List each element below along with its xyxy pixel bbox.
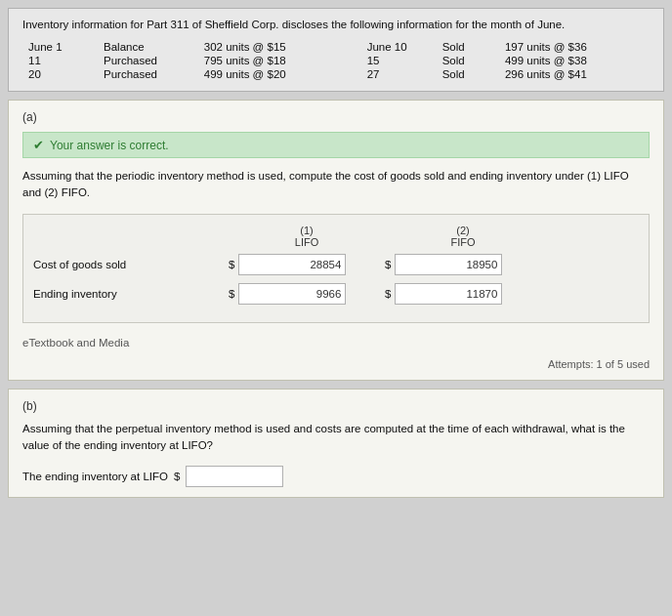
inventory-table: June 1 Balance 302 units @ $15 June 10 S… xyxy=(22,40,650,81)
ending-inv-dollar: $ xyxy=(174,471,180,482)
right-action-cell: Sold xyxy=(437,40,499,54)
right-action-cell: Sold xyxy=(437,67,499,81)
etextbook-link[interactable]: eTextbook and Media xyxy=(22,337,129,349)
cost-of-goods-row: Cost of goods sold $ $ xyxy=(33,254,639,275)
method-table: (1) LIFO (2) FIFO Cost of goods sold $ $… xyxy=(22,214,650,323)
right-date-cell: June 10 xyxy=(361,40,437,54)
fifo-header-line2: FIFO xyxy=(385,236,541,248)
right-date-cell: 27 xyxy=(361,67,437,81)
date-cell: June 1 xyxy=(22,40,98,54)
table-row: 20 Purchased 499 units @ $20 27 Sold 296… xyxy=(22,67,650,81)
section-b-question: Assuming that the perpetual inventory me… xyxy=(22,421,650,455)
fifo-ending-dollar: $ xyxy=(385,288,391,300)
table-row: June 1 Balance 302 units @ $15 June 10 S… xyxy=(22,40,650,54)
fifo-ending-group: $ xyxy=(385,283,541,305)
action-cell: Purchased xyxy=(98,54,198,67)
check-icon: ✔ xyxy=(33,138,44,152)
lifo-header-line2: LIFO xyxy=(229,236,385,248)
lifo-cost-dollar: $ xyxy=(229,259,234,270)
fifo-ending-input[interactable] xyxy=(395,283,502,305)
ending-inv-row: The ending inventory at LIFO $ xyxy=(22,466,650,487)
method-headers: (1) LIFO (2) FIFO xyxy=(229,225,639,248)
lifo-header: (1) LIFO xyxy=(229,225,385,248)
fifo-cost-group: $ xyxy=(385,254,541,275)
qty-cell: 795 units @ $18 xyxy=(198,54,361,67)
lifo-ending-dollar: $ xyxy=(229,288,234,300)
section-b: (b) Assuming that the perpetual inventor… xyxy=(8,389,664,499)
section-a-label: (a) xyxy=(22,110,650,124)
action-cell: Purchased xyxy=(98,67,198,81)
right-date-cell: 15 xyxy=(361,54,437,67)
fifo-cost-input[interactable] xyxy=(395,254,502,275)
right-qty-cell: 197 units @ $36 xyxy=(499,40,650,54)
correct-banner: ✔ Your answer is correct. xyxy=(22,132,650,158)
right-qty-cell: 296 units @ $41 xyxy=(499,67,650,81)
section-a: (a) ✔ Your answer is correct. Assuming t… xyxy=(8,100,664,381)
ending-inventory-label: Ending inventory xyxy=(33,288,229,300)
fifo-header: (2) FIFO xyxy=(385,225,541,248)
lifo-cost-group: $ xyxy=(229,254,385,275)
lifo-header-line1: (1) xyxy=(229,225,385,236)
section-a-question: Assuming that the periodic inventory met… xyxy=(22,168,650,202)
qty-cell: 499 units @ $20 xyxy=(198,67,361,81)
table-row: 11 Purchased 795 units @ $18 15 Sold 499… xyxy=(22,54,650,67)
qty-cell: 302 units @ $15 xyxy=(198,40,361,54)
right-action-cell: Sold xyxy=(437,54,499,67)
lifo-ending-group: $ xyxy=(229,283,385,305)
attempts-text: Attempts: 1 of 5 used xyxy=(22,358,650,370)
inventory-info-box: Inventory information for Part 311 of Sh… xyxy=(8,8,664,92)
fifo-cost-dollar: $ xyxy=(385,259,391,270)
date-cell: 20 xyxy=(22,67,98,81)
section-b-label: (b) xyxy=(22,399,650,413)
correct-message: Your answer is correct. xyxy=(50,139,169,152)
fifo-header-line1: (2) xyxy=(385,225,541,236)
cost-of-goods-label: Cost of goods sold xyxy=(33,259,229,270)
ending-inv-label: The ending inventory at LIFO xyxy=(22,471,168,482)
action-cell: Balance xyxy=(98,40,198,54)
date-cell: 11 xyxy=(22,54,98,67)
right-qty-cell: 499 units @ $38 xyxy=(499,54,650,67)
lifo-cost-input[interactable] xyxy=(238,254,346,275)
lifo-ending-input[interactable] xyxy=(238,283,346,305)
ending-inv-input[interactable] xyxy=(186,466,283,487)
ending-inventory-row: Ending inventory $ $ xyxy=(33,283,639,305)
intro-text: Inventory information for Part 311 of Sh… xyxy=(22,19,650,30)
